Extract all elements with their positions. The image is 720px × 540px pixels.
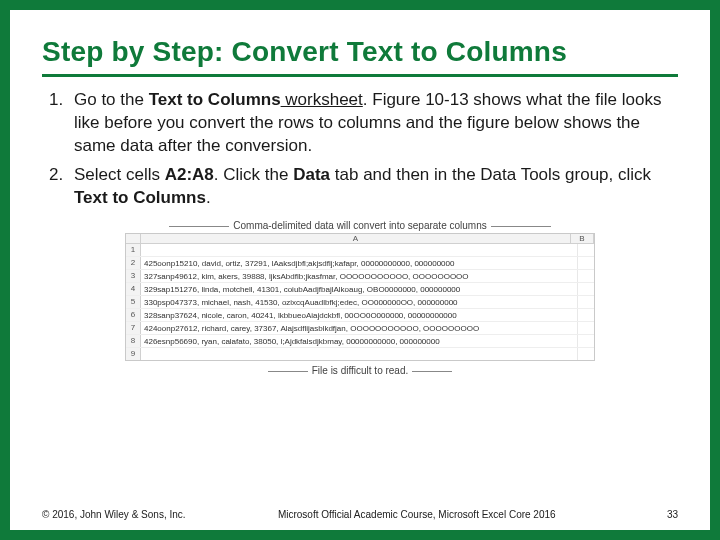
text: . bbox=[206, 188, 211, 207]
title-rule bbox=[42, 74, 678, 77]
cell: 327sanp49612, kim, akers, 39888, ljksAbd… bbox=[141, 270, 578, 282]
cell: 328sanp37624, nicole, caron, 40241, lkbb… bbox=[141, 309, 578, 321]
footer: © 2016, John Wiley & Sons, Inc. Microsof… bbox=[42, 509, 678, 520]
footer-copyright: © 2016, John Wiley & Sons, Inc. bbox=[42, 509, 186, 520]
cell: 424oonp27612, richard, carey, 37367, Ala… bbox=[141, 322, 578, 334]
spreadsheet: A B 12425oonp15210, david, ortiz, 37291,… bbox=[125, 233, 595, 361]
row-header: 3 bbox=[126, 270, 141, 282]
row-header: 8 bbox=[126, 335, 141, 347]
row-header: 7 bbox=[126, 322, 141, 334]
slide-title: Step by Step: Convert Text to Columns bbox=[42, 36, 678, 68]
step-1: Go to the Text to Columns worksheet. Fig… bbox=[68, 89, 678, 158]
table-row: 7424oonp27612, richard, carey, 37367, Al… bbox=[126, 322, 594, 335]
table-row: 1 bbox=[126, 244, 594, 257]
row-header: 6 bbox=[126, 309, 141, 321]
bold-text: Data bbox=[293, 165, 330, 184]
cell: 425oonp15210, david, ortiz, 37291, lAaks… bbox=[141, 257, 578, 269]
table-row: 2425oonp15210, david, ortiz, 37291, lAak… bbox=[126, 257, 594, 270]
bold-text: Text to Columns bbox=[149, 90, 281, 109]
slide: Step by Step: Convert Text to Columns Go… bbox=[10, 10, 710, 530]
table-row: 9 bbox=[126, 348, 594, 360]
row-header: 5 bbox=[126, 296, 141, 308]
row-header: 4 bbox=[126, 283, 141, 295]
table-row: 6328sanp37624, nicole, caron, 40241, lkb… bbox=[126, 309, 594, 322]
text: . Click the bbox=[214, 165, 293, 184]
row-header: 9 bbox=[126, 348, 141, 360]
table-row: 5330psp047373, michael, nash, 41530, ozi… bbox=[126, 296, 594, 309]
footer-page-number: 33 bbox=[648, 509, 678, 520]
row-header: 1 bbox=[126, 244, 141, 256]
text: worksheet bbox=[281, 90, 363, 109]
cell: 330psp047373, michael, nash, 41530, ozix… bbox=[141, 296, 578, 308]
cell bbox=[141, 244, 578, 256]
figure-callout-bottom: File is difficult to read. bbox=[125, 365, 595, 376]
cell bbox=[141, 348, 578, 360]
col-header: A bbox=[141, 234, 571, 243]
step-list: Go to the Text to Columns worksheet. Fig… bbox=[42, 89, 678, 210]
text: Select cells bbox=[74, 165, 165, 184]
text: tab and then in the Data Tools group, cl… bbox=[330, 165, 651, 184]
table-row: 8426esnp56690, ryan, calafato, 38050, l;… bbox=[126, 335, 594, 348]
bold-text: A2:A8 bbox=[165, 165, 214, 184]
figure: Comma-delimited data will convert into s… bbox=[125, 220, 595, 376]
cell: 426esnp56690, ryan, calafato, 38050, l;A… bbox=[141, 335, 578, 347]
table-row: 4329sap151276, linda, motchell, 41301, c… bbox=[126, 283, 594, 296]
callout-text: File is difficult to read. bbox=[312, 365, 409, 376]
table-row: 3327sanp49612, kim, akers, 39888, ljksAb… bbox=[126, 270, 594, 283]
corner-cell bbox=[126, 234, 141, 243]
bold-text: Text to Columns bbox=[74, 188, 206, 207]
col-header: B bbox=[571, 234, 594, 243]
column-headers: A B bbox=[126, 234, 594, 244]
figure-callout-top: Comma-delimited data will convert into s… bbox=[125, 220, 595, 231]
footer-course: Microsoft Official Academic Course, Micr… bbox=[186, 509, 648, 520]
row-header: 2 bbox=[126, 257, 141, 269]
text: Go to the bbox=[74, 90, 149, 109]
step-2: Select cells A2:A8. Click the Data tab a… bbox=[68, 164, 678, 210]
callout-text: Comma-delimited data will convert into s… bbox=[233, 220, 486, 231]
cell: 329sap151276, linda, motchell, 41301, co… bbox=[141, 283, 578, 295]
